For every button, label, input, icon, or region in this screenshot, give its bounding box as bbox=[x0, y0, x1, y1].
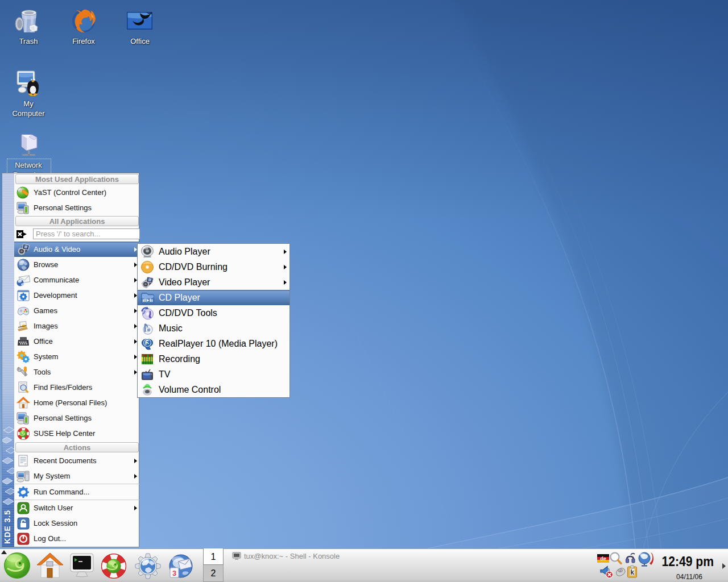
svg-text:de: de bbox=[600, 556, 606, 562]
